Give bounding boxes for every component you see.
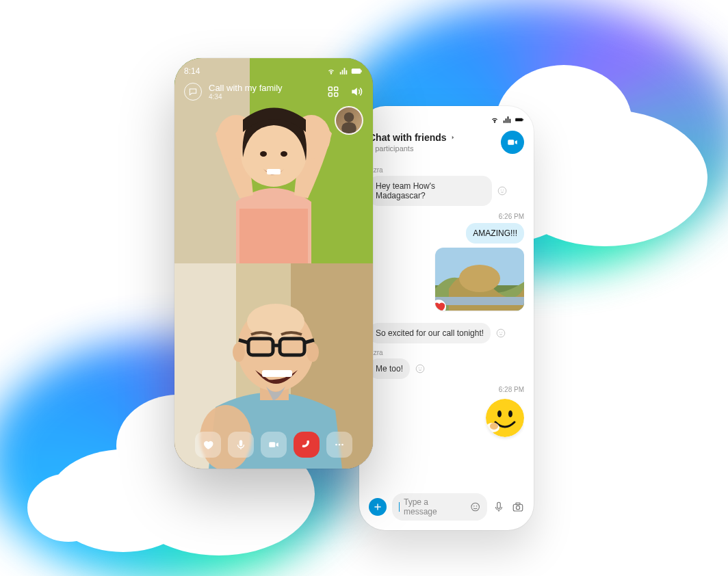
svg-point-69: [341, 444, 343, 446]
svg-point-12: [501, 189, 502, 190]
svg-point-26: [508, 410, 512, 417]
svg-rect-49: [328, 93, 332, 96]
react-icon[interactable]: [415, 364, 425, 374]
input-placeholder: Type a message: [404, 497, 462, 516]
svg-point-22: [419, 367, 419, 368]
call-title: Call with my family: [209, 83, 283, 93]
video-call-button[interactable]: [501, 131, 524, 154]
svg-point-5: [48, 449, 198, 552]
svg-point-13: [503, 189, 504, 190]
battery-icon: [515, 115, 524, 125]
self-view[interactable]: [335, 106, 363, 135]
svg-rect-46: [361, 70, 362, 73]
more-button[interactable]: [326, 432, 352, 458]
plus-icon: [373, 502, 382, 512]
svg-rect-33: [513, 504, 523, 511]
camera-toggle-button[interactable]: [261, 432, 287, 458]
signal-icon: [339, 66, 348, 76]
call-participant-bottom: [174, 263, 373, 469]
message-in[interactable]: Me too!: [369, 358, 410, 379]
attach-button[interactable]: [369, 498, 387, 516]
message-icon: [188, 87, 198, 96]
svg-point-51: [344, 112, 354, 122]
call-participant-top: 8:14 Call with my family 4:34: [174, 58, 373, 263]
chat-header: Chat with friends 3 participants: [369, 131, 524, 154]
grid-view-icon[interactable]: [326, 85, 340, 99]
mic-icon[interactable]: [493, 501, 505, 513]
heart-reaction[interactable]: [435, 300, 446, 311]
call-duration: 4:34: [209, 93, 283, 101]
call-controls: [174, 432, 373, 458]
call-phone: 8:14 Call with my family 4:34: [174, 58, 373, 469]
wifi-icon: [490, 115, 499, 125]
photo-message[interactable]: [435, 248, 524, 311]
svg-point-60: [233, 343, 245, 362]
svg-point-16: [459, 265, 500, 292]
svg-rect-9: [523, 119, 523, 120]
svg-point-23: [421, 367, 421, 368]
chat-input-bar: Type a message: [369, 493, 524, 521]
mute-button[interactable]: [228, 432, 254, 458]
svg-point-21: [416, 365, 424, 373]
svg-point-20: [502, 332, 502, 332]
react-icon[interactable]: [496, 328, 506, 338]
camera-icon[interactable]: [512, 501, 524, 513]
chat-phone: Chat with friends 3 participants Ezra He…: [359, 106, 534, 530]
wifi-icon: [326, 66, 336, 76]
message-in[interactable]: Hey team How's Madagascar?: [369, 176, 492, 206]
svg-rect-52: [341, 122, 356, 133]
timestamp: 6:28 PM: [499, 386, 524, 393]
svg-rect-47: [328, 87, 332, 90]
svg-point-30: [473, 506, 475, 507]
svg-rect-66: [269, 442, 275, 447]
call-overlay: 8:14 Call with my family 4:34: [174, 58, 373, 101]
svg-point-28: [490, 423, 498, 430]
svg-point-67: [335, 444, 337, 446]
video-icon: [268, 438, 280, 451]
message-out[interactable]: AMAZING!!!: [466, 223, 524, 244]
svg-point-18: [497, 329, 505, 337]
status-time: 8:14: [184, 66, 200, 76]
emoji-icon[interactable]: [470, 501, 480, 512]
chat-subtitle: 3 participants: [369, 144, 495, 153]
timestamp: 6:26 PM: [499, 213, 524, 220]
chat-body[interactable]: Ezra Hey team How's Madagascar? 6:26 PM …: [369, 161, 524, 489]
sender-label: Ezra: [369, 166, 524, 174]
svg-point-43: [281, 151, 287, 157]
chevron-right-icon: [450, 134, 456, 141]
speaker-icon[interactable]: [350, 85, 363, 99]
svg-rect-64: [262, 370, 292, 377]
svg-point-34: [516, 506, 519, 510]
heart-icon: [202, 438, 214, 451]
svg-point-31: [476, 506, 477, 507]
svg-rect-38: [239, 209, 308, 263]
chat-title[interactable]: Chat with friends: [369, 132, 495, 143]
chat-toggle-button[interactable]: [184, 83, 202, 101]
message-in[interactable]: So excited for our call tonight!: [369, 323, 491, 343]
signal-icon: [502, 115, 512, 125]
mic-icon: [235, 438, 247, 451]
svg-point-29: [471, 503, 480, 511]
heart-icon: [435, 300, 446, 311]
svg-rect-17: [435, 297, 524, 305]
svg-point-7: [27, 473, 109, 542]
end-call-button[interactable]: [294, 432, 320, 458]
svg-point-68: [339, 444, 341, 446]
reaction-button[interactable]: [195, 432, 221, 458]
svg-point-25: [497, 410, 502, 417]
sticker-message[interactable]: [486, 399, 524, 437]
chat-status-bar: [369, 114, 524, 125]
svg-rect-35: [516, 503, 520, 505]
svg-point-11: [498, 187, 506, 195]
svg-rect-32: [497, 502, 501, 508]
svg-point-61: [307, 343, 319, 362]
svg-point-19: [499, 332, 500, 332]
more-icon: [333, 438, 346, 451]
battery-icon: [351, 67, 363, 75]
svg-rect-50: [335, 93, 338, 96]
sender-label: Ezra: [369, 349, 524, 356]
message-input[interactable]: Type a message: [392, 493, 487, 521]
svg-rect-8: [515, 118, 523, 122]
react-icon[interactable]: [497, 186, 507, 196]
svg-point-42: [260, 151, 267, 157]
